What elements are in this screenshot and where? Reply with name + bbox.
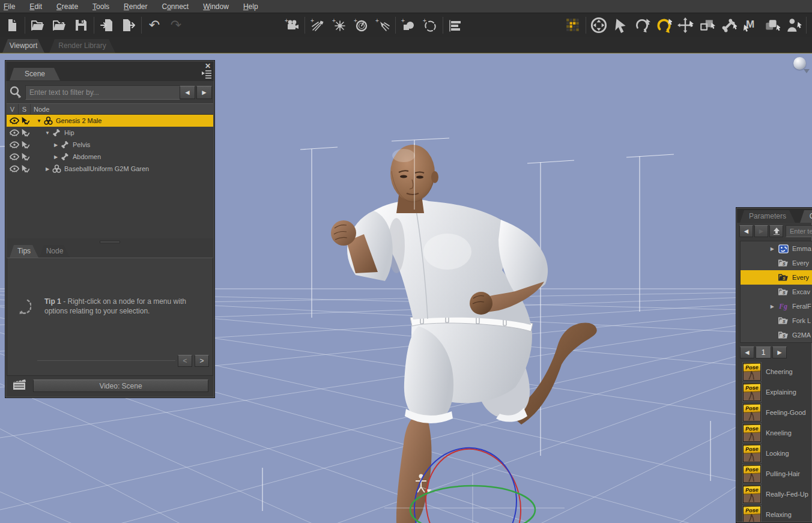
pointer-check-icon[interactable] [20,141,31,149]
panel-menu-icon[interactable] [201,69,212,80]
video-scene-button[interactable]: Video: Scene [33,379,208,392]
pointer-check-icon[interactable] [20,116,31,125]
new-distant-light-button[interactable]: + [307,14,329,36]
content-tree-row[interactable]: ▶Emma [741,241,812,256]
menu-connect[interactable]: Connect [154,0,196,13]
menu-window[interactable]: Window [196,0,236,13]
panel-splitter[interactable] [7,239,213,244]
surface-selection-tool-button[interactable] [761,14,783,36]
figure-setup-tool-button[interactable] [783,14,804,36]
scene-filter-input[interactable] [25,85,180,100]
menu-file[interactable]: File [0,0,22,13]
pose-item[interactable]: Pose Explaining [737,382,812,402]
filter-prev-button[interactable]: ◄ [180,86,195,99]
redo-button[interactable]: ↷ [165,14,187,36]
scene-info-button[interactable] [445,14,467,36]
content-search-input[interactable] [786,225,812,237]
pose-item[interactable]: Pose Pulling-Hair [737,464,812,484]
expand-closed-icon[interactable]: ▶ [741,304,774,309]
pose-item[interactable]: Pose Really-Fed-Up [737,484,812,504]
pointer-check-icon[interactable] [20,165,31,173]
menu-edit[interactable]: Edit [22,0,49,13]
rotate-tool-button[interactable] [653,14,674,36]
pointer-check-icon[interactable] [20,153,31,161]
page-prev-button[interactable]: ◄ [740,346,754,358]
eye-icon[interactable] [9,141,20,148]
column-visibility[interactable]: V [7,104,19,114]
scene-node-row[interactable]: ▶Pelvis [7,139,213,151]
tab-tips[interactable]: Tips [10,245,38,258]
menu-render[interactable]: Render [117,0,154,13]
open-recent-button[interactable] [49,14,70,36]
undo-button[interactable]: ↶ [144,14,165,36]
tip-next-button[interactable]: > [195,355,209,367]
tab-render-library[interactable]: Render Library [49,39,115,53]
eye-icon[interactable] [9,117,20,124]
tab-node[interactable]: Node [40,245,70,258]
pose-item[interactable]: Pose Cheering [737,361,812,382]
page-next-button[interactable]: ► [772,346,787,358]
new-linear-point-light-button[interactable]: + [350,14,372,36]
eye-icon[interactable] [9,165,20,172]
content-tree-row[interactable]: SG2MA [741,328,812,342]
nav-up-button[interactable] [769,225,783,237]
menu-help[interactable]: Help [236,0,265,13]
expand-open-icon[interactable]: ▼ [44,130,51,136]
filter-search-icon[interactable] [8,85,23,102]
expand-closed-icon[interactable]: ▶ [52,142,59,148]
filter-next-button[interactable]: ► [196,86,212,99]
scene-node-row[interactable]: ▼Hip [7,127,213,139]
new-file-button[interactable] [1,14,23,36]
tip-prev-button[interactable]: < [178,355,192,367]
texture-swatches-button[interactable] [562,14,584,36]
expand-closed-icon[interactable]: ▶ [52,154,59,160]
pose-item[interactable]: Pose Relaxing [737,504,812,522]
pose-item[interactable]: Pose Looking [737,443,812,464]
content-tree-row[interactable]: SFork L [741,313,812,328]
pose-item[interactable]: Pose Feeling-Good [737,402,812,423]
column-node[interactable]: Node [31,104,213,114]
column-selectability[interactable]: S [19,104,31,114]
rotate-orbit-tool-button[interactable] [631,14,653,36]
eye-icon[interactable] [9,129,20,136]
translate-tool-button[interactable] [674,14,696,36]
render-camera-button[interactable] [808,14,812,36]
expand-closed-icon[interactable]: ▶ [44,166,51,172]
content-tree-row[interactable]: SExcav [741,285,812,299]
save-file-button[interactable] [70,14,92,36]
viewport-controls-button[interactable] [588,14,610,36]
export-file-button[interactable] [118,14,139,36]
content-tree-row[interactable]: SEvery [741,270,812,285]
new-spotlight-button[interactable]: + [372,14,393,36]
new-camera-button[interactable]: + [281,14,303,36]
tab-parameters[interactable]: Parameters [740,210,795,223]
new-primitive-button[interactable]: + [398,14,419,36]
scene-node-row[interactable]: ▶Abdomen [7,151,213,163]
pose-item[interactable]: Pose Kneeling [737,423,812,443]
new-null-button[interactable]: + [419,14,441,36]
scene-node-row[interactable]: ▶BaseballUniform G2M Garen [7,163,213,175]
content-tree-row[interactable]: SEvery [741,256,812,270]
pointer-check-icon[interactable] [20,128,31,137]
node-selection-tool-button[interactable] [610,14,631,36]
expand-open-icon[interactable]: ▼ [35,118,43,124]
expand-closed-icon[interactable]: ▶ [741,246,774,252]
nav-back-button[interactable]: ◄ [739,225,753,237]
tab-viewport[interactable]: Viewport [2,39,44,53]
import-file-button[interactable] [96,14,118,36]
new-point-light-button[interactable]: + [329,14,350,36]
nav-forward-button[interactable]: ► [754,225,768,237]
geometry-editor-tool-button[interactable]: M [739,14,761,36]
view-orb-dropdown-icon[interactable] [804,69,810,73]
scene-node-row[interactable]: ▼Genesis 2 Male [7,115,213,127]
pose-label: Pulling-Hair [766,470,800,477]
scene-panel-tab[interactable]: Scene [10,68,60,80]
eye-icon[interactable] [9,153,20,160]
view-orb-control[interactable] [793,57,806,70]
menu-tools[interactable]: Tools [85,0,117,13]
joint-editor-tool-button[interactable] [718,14,739,36]
menu-create[interactable]: Create [49,0,85,13]
content-tree-row[interactable]: ▶FgFeralF [741,299,812,313]
open-file-button[interactable] [27,14,49,36]
scale-tool-button[interactable] [696,14,718,36]
